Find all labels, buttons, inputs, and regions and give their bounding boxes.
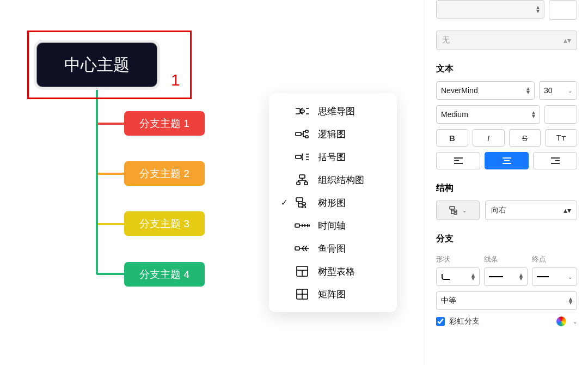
logic-icon bbox=[293, 128, 311, 140]
branch-3[interactable]: 分支主题 3 bbox=[124, 211, 205, 236]
font-size-value: 30 bbox=[544, 86, 553, 95]
svg-rect-4 bbox=[296, 155, 301, 159]
tree-small-icon bbox=[449, 206, 459, 215]
branch-size-value: 中等 bbox=[441, 296, 456, 306]
timeline-icon bbox=[293, 220, 311, 232]
treetable-icon bbox=[293, 265, 311, 277]
align-left-button[interactable] bbox=[436, 152, 480, 169]
font-size-select[interactable]: 30 ⌄ bbox=[539, 81, 577, 100]
structure-type-button[interactable]: ⌄ bbox=[436, 200, 480, 220]
textcase-button[interactable]: Tᴛ bbox=[545, 129, 577, 147]
svg-rect-9 bbox=[302, 203, 305, 205]
italic-button[interactable]: I bbox=[473, 129, 505, 147]
font-family-value: NeverMind bbox=[441, 86, 478, 95]
menu-label: 组织结构图 bbox=[318, 174, 364, 186]
menu-label: 树形图 bbox=[318, 197, 346, 209]
branch-end-select[interactable]: ⌄ bbox=[532, 267, 577, 286]
font-family-select[interactable]: NeverMind ▴▾ bbox=[436, 81, 535, 100]
structure-section-title: 结构 bbox=[436, 182, 577, 194]
menu-label: 逻辑图 bbox=[318, 128, 346, 141]
branch-1[interactable]: 分支主题 1 bbox=[124, 111, 205, 136]
svg-rect-5 bbox=[299, 175, 305, 178]
rainbow-checkbox[interactable] bbox=[436, 317, 445, 326]
rainbow-checkbox-row: 彩虹分支 ⌄ bbox=[436, 317, 577, 326]
svg-rect-10 bbox=[302, 206, 305, 208]
svg-rect-3 bbox=[305, 136, 308, 138]
align-center-icon bbox=[503, 157, 511, 164]
highlight-num-1: 1 bbox=[171, 71, 180, 89]
menu-label: 树型表格 bbox=[318, 265, 355, 278]
rainbow-icon[interactable] bbox=[556, 317, 566, 326]
structure-direction-value: 向右 bbox=[491, 205, 506, 215]
matrix-icon bbox=[293, 288, 311, 300]
branch-section-title: 分支 bbox=[436, 233, 577, 245]
tree-icon bbox=[293, 197, 311, 209]
text-section-title: 文本 bbox=[436, 63, 577, 75]
rainbow-label: 彩虹分支 bbox=[449, 317, 480, 326]
branch-size-select[interactable]: 中等 ▴▾ bbox=[436, 291, 577, 310]
menu-item-tree[interactable]: ✓ 树形图 bbox=[269, 191, 397, 214]
svg-rect-12 bbox=[295, 247, 299, 250]
menu-item-mindmap[interactable]: 思维导图 bbox=[269, 100, 397, 123]
branch-sublabels: 形状 线条 终点 bbox=[436, 254, 577, 264]
top-stub-select[interactable]: ▴▾ bbox=[436, 0, 544, 19]
svg-rect-2 bbox=[305, 130, 308, 132]
menu-label: 时间轴 bbox=[318, 220, 346, 232]
strike-button[interactable]: S bbox=[509, 129, 541, 147]
branch-line-select[interactable]: ▴▾ bbox=[484, 267, 528, 286]
line-icon bbox=[489, 276, 503, 278]
disabled-select[interactable]: 无 ▴▾ bbox=[436, 31, 577, 50]
menu-label: 括号图 bbox=[318, 151, 346, 163]
dash-icon bbox=[537, 276, 549, 278]
align-right-icon bbox=[551, 157, 560, 164]
menu-label: 鱼骨图 bbox=[318, 242, 346, 255]
svg-rect-1 bbox=[296, 132, 301, 136]
text-color-swatch[interactable] bbox=[544, 105, 577, 124]
menu-item-timeline[interactable]: 时间轴 bbox=[269, 214, 397, 237]
branch-2[interactable]: 分支主题 2 bbox=[124, 161, 205, 186]
bold-button[interactable]: B bbox=[436, 129, 468, 147]
svg-rect-6 bbox=[297, 182, 300, 185]
svg-rect-15 bbox=[450, 206, 455, 209]
font-weight-select[interactable]: Medium ▴▾ bbox=[436, 105, 540, 124]
disabled-value: 无 bbox=[442, 35, 450, 45]
org-icon bbox=[293, 174, 311, 186]
menu-label: 思维导图 bbox=[318, 105, 355, 118]
branch-shape-select[interactable]: ▴▾ bbox=[436, 267, 480, 286]
menu-item-matrix[interactable]: 矩阵图 bbox=[269, 283, 397, 306]
tick-check: ✓ bbox=[281, 198, 293, 208]
svg-rect-8 bbox=[296, 198, 303, 202]
font-weight-value: Medium bbox=[441, 110, 468, 119]
bracket-icon bbox=[293, 151, 311, 163]
align-center-button[interactable] bbox=[485, 152, 529, 169]
format-sidebar: ▴▾ 无 ▴▾ 文本 NeverMind ▴▾ 30 ⌄ Medium ▴▾ B… bbox=[425, 0, 588, 365]
mindmap-icon bbox=[293, 105, 311, 117]
svg-rect-7 bbox=[304, 182, 308, 185]
menu-item-logic[interactable]: 逻辑图 bbox=[269, 123, 397, 145]
top-stub-swatch[interactable] bbox=[549, 0, 577, 20]
menu-label: 矩阵图 bbox=[318, 288, 346, 301]
branch-4[interactable]: 分支主题 4 bbox=[124, 262, 205, 287]
svg-rect-17 bbox=[454, 213, 457, 215]
align-left-icon bbox=[454, 157, 463, 164]
svg-rect-11 bbox=[295, 224, 299, 227]
menu-item-treetable[interactable]: 树型表格 bbox=[269, 260, 397, 283]
curve-icon bbox=[441, 273, 452, 281]
menu-item-fishbone[interactable]: 鱼骨图 bbox=[269, 237, 397, 260]
structure-menu: 思维导图 逻辑图 括号图 组织结构图 ✓ 树形图 时间轴 bbox=[269, 93, 397, 312]
structure-direction-select[interactable]: 向右 ▴▾ bbox=[485, 200, 577, 220]
menu-item-org[interactable]: 组织结构图 bbox=[269, 168, 397, 191]
fishbone-icon bbox=[293, 242, 311, 254]
highlight-box-1 bbox=[27, 31, 192, 99]
align-right-button[interactable] bbox=[533, 152, 577, 169]
svg-rect-16 bbox=[454, 210, 457, 212]
menu-item-bracket[interactable]: 括号图 bbox=[269, 145, 397, 168]
